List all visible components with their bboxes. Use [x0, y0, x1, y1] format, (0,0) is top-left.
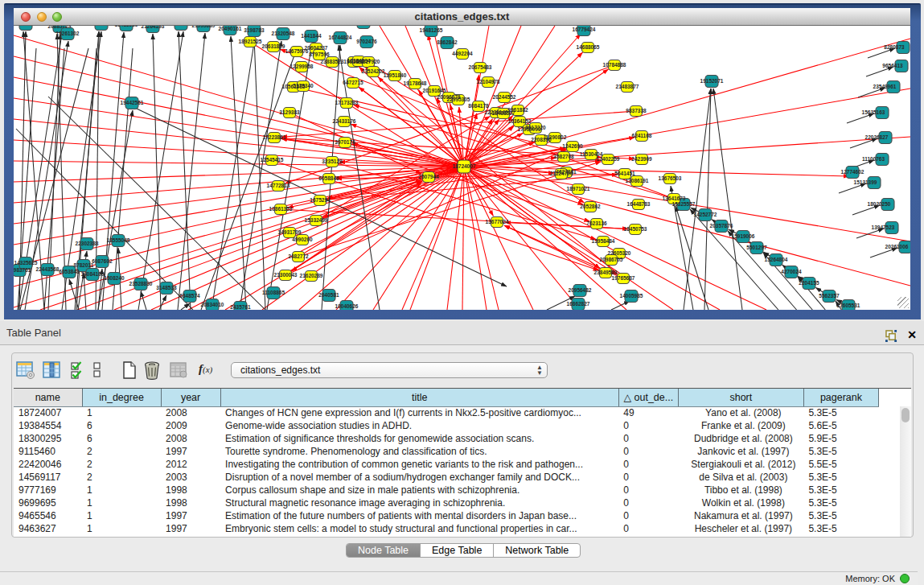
svg-text:22026827: 22026827: [865, 134, 889, 140]
svg-text:12104978: 12104978: [477, 79, 500, 84]
svg-text:20490161: 20490161: [219, 26, 242, 31]
svg-text:2482772: 2482772: [288, 253, 309, 259]
svg-text:16983761: 16983761: [14, 267, 31, 273]
svg-text:11108865: 11108865: [262, 290, 285, 295]
svg-text:10861353: 10861353: [269, 206, 293, 212]
svg-text:12774602: 12774602: [841, 169, 864, 175]
svg-text:4492204: 4492204: [452, 51, 473, 56]
svg-text:8862842: 8862842: [437, 39, 458, 45]
svg-text:17173283: 17173283: [335, 100, 359, 105]
svg-text:15635163: 15635163: [862, 109, 885, 115]
svg-text:3970174: 3970174: [335, 139, 355, 145]
svg-text:19483507: 19483507: [492, 110, 515, 116]
svg-text:20834010: 20834010: [201, 302, 224, 307]
svg-text:23849589: 23849589: [594, 270, 618, 275]
svg-text:5562357: 5562357: [819, 293, 840, 299]
svg-text:10364152: 10364152: [508, 118, 532, 124]
svg-text:23549961: 23549961: [873, 84, 897, 89]
svg-text:20191645: 20191645: [423, 88, 446, 93]
svg-text:20956482: 20956482: [569, 287, 592, 293]
svg-text:17605531: 17605531: [837, 303, 860, 308]
svg-text:3235128: 3235128: [322, 159, 343, 164]
svg-text:22433176: 22433176: [333, 118, 356, 124]
svg-text:20631829: 20631829: [262, 43, 285, 49]
svg-text:14084105: 14084105: [81, 271, 105, 277]
svg-text:22443568: 22443568: [36, 266, 60, 272]
svg-text:18971021: 18971021: [567, 186, 590, 192]
svg-text:20885729: 20885729: [48, 26, 72, 29]
svg-text:2423909: 2423909: [631, 156, 652, 162]
svg-text:8917220: 8917220: [525, 125, 546, 130]
svg-text:13086191: 13086191: [626, 178, 649, 183]
svg-text:6472715: 6472715: [343, 80, 363, 85]
svg-text:11390802: 11390802: [544, 134, 567, 140]
svg-text:9656413: 9656413: [882, 63, 903, 68]
svg-text:21264193: 21264193: [142, 26, 165, 29]
svg-text:23883523: 23883523: [321, 59, 344, 64]
svg-text:21124700: 21124700: [550, 171, 573, 176]
svg-text:20357876: 20357876: [710, 223, 733, 229]
svg-text:13413635: 13413635: [115, 26, 138, 27]
svg-text:14252772: 14252772: [694, 212, 717, 217]
svg-text:20261006: 20261006: [885, 244, 909, 249]
svg-text:11530404: 11530404: [580, 151, 603, 157]
svg-text:21995689: 21995689: [192, 26, 216, 28]
svg-text:5376262: 5376262: [91, 26, 112, 27]
svg-text:6087602: 6087602: [92, 258, 113, 264]
svg-text:14772813: 14772813: [267, 183, 290, 188]
svg-text:6058846: 6058846: [318, 175, 339, 181]
svg-text:15919006: 15919006: [732, 233, 755, 239]
svg-text:12299958: 12299958: [290, 64, 314, 69]
svg-text:16906597: 16906597: [170, 26, 193, 27]
svg-text:15131399: 15131399: [854, 179, 877, 185]
svg-text:8782011: 8782011: [74, 262, 94, 268]
svg-text:9837338: 9837338: [626, 108, 647, 113]
svg-text:6053848: 6053848: [59, 269, 80, 274]
svg-text:7623136: 7623136: [586, 220, 607, 226]
svg-text:5175340: 5175340: [293, 83, 314, 89]
svg-text:3148538: 3148538: [156, 285, 177, 290]
svg-text:13958484: 13958484: [592, 238, 615, 244]
svg-text:8084178: 8084178: [468, 103, 489, 109]
svg-text:21483877: 21483877: [616, 84, 639, 89]
svg-text:3198783: 3198783: [244, 27, 265, 33]
svg-text:23528830: 23528830: [129, 281, 153, 286]
svg-text:17223861: 17223861: [263, 134, 286, 140]
svg-text:18724007: 18724007: [453, 163, 476, 169]
svg-text:18020250: 18020250: [868, 201, 891, 207]
svg-text:13677024: 13677024: [486, 219, 509, 225]
svg-text:1675294: 1675294: [310, 197, 331, 203]
svg-text:12402259: 12402259: [597, 156, 620, 162]
svg-text:2435761: 2435761: [230, 304, 251, 310]
svg-text:19481265: 19481265: [420, 27, 443, 33]
svg-text:11951840: 11951840: [384, 72, 407, 78]
svg-text:2507944: 2507944: [418, 174, 439, 179]
svg-text:10784888: 10784888: [603, 62, 626, 68]
svg-text:4270024: 4270024: [781, 269, 802, 274]
svg-text:3582708: 3582708: [553, 154, 574, 159]
svg-text:21300043: 21300043: [274, 272, 298, 278]
svg-text:14688065: 14688065: [577, 44, 600, 50]
svg-text:19261302: 19261302: [56, 31, 80, 36]
svg-text:22995305: 22995305: [447, 97, 470, 102]
svg-text:16448783: 16448783: [627, 201, 651, 207]
svg-text:13676503: 13676503: [659, 175, 682, 181]
svg-text:1441844: 1441844: [301, 33, 322, 39]
svg-text:13264804: 13264804: [765, 257, 788, 262]
svg-text:23524202: 23524202: [362, 68, 385, 74]
svg-text:5641451: 5641451: [614, 171, 635, 176]
svg-text:8984767: 8984767: [15, 26, 36, 27]
svg-text:18921525: 18921525: [239, 39, 262, 44]
svg-text:6348574: 6348574: [179, 293, 200, 299]
svg-text:15325557: 15325557: [672, 201, 696, 207]
svg-text:18450753: 18450753: [624, 226, 647, 232]
svg-text:19442561: 19442561: [121, 100, 144, 105]
svg-text:4990200: 4990200: [292, 237, 313, 242]
svg-text:14325625: 14325625: [14, 260, 38, 266]
svg-text:9702476: 9702476: [356, 39, 377, 44]
svg-text:16779424: 16779424: [573, 27, 596, 32]
svg-text:15332499: 15332499: [305, 217, 328, 223]
svg-text:14005985: 14005985: [620, 293, 643, 299]
svg-text:19765687: 19765687: [612, 275, 635, 281]
svg-text:19152071: 19152071: [700, 78, 724, 84]
